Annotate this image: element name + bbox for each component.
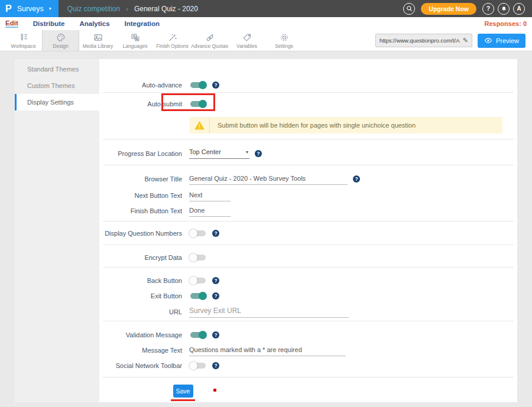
topbar-actions: Upgrade Now ? A [403, 3, 532, 15]
social-network-toolbar-help-icon[interactable]: ? [212, 362, 219, 369]
survey-url-box[interactable]: https://www.questionpro.com/t/APNrFZ ✎ [375, 34, 472, 47]
finish-button-text-input[interactable] [189, 206, 231, 217]
validation-message-help-icon[interactable]: ? [212, 331, 219, 338]
encrypt-data-toggle[interactable] [189, 253, 207, 262]
toolbar-item-settings[interactable]: Settings [265, 30, 303, 51]
exit-button-help-icon[interactable]: ? [212, 292, 219, 299]
browser-title-label: Browser Title [102, 175, 182, 183]
divider [103, 221, 514, 222]
row-progress-bar-location: Progress Bar Location Top Center ▾ ? [102, 146, 515, 161]
design-panel: Standard Themes Custom Themes Display Se… [15, 59, 517, 402]
auto-submit-toggle[interactable] [189, 100, 207, 108]
auto-advance-help-icon[interactable]: ? [212, 82, 219, 89]
sidebar-item-custom-themes[interactable]: Custom Themes [15, 77, 99, 94]
progress-bar-location-select[interactable]: Top Center ▾ [189, 148, 249, 159]
row-exit-button: Exit Button ? [102, 288, 515, 304]
search-button[interactable] [403, 3, 415, 15]
design-icon [56, 32, 66, 43]
warning-triangle-icon [194, 121, 205, 130]
row-social-network-toolbar: Social Network Toolbar ? [102, 358, 515, 373]
row-display-question-numbers: Display Question Numbers ? [102, 226, 515, 241]
breadcrumb-survey-title: General Quiz - 2020 [134, 5, 198, 13]
exit-button-label: Exit Button [102, 292, 182, 299]
divider [103, 139, 514, 139]
annotation-red-dot [213, 389, 216, 392]
chevron-down-icon: ▾ [49, 6, 51, 11]
row-next-button-text: Next Button Text [102, 188, 515, 203]
toolbar-item-languages[interactable]: Languages [116, 30, 154, 51]
upgrade-now-button[interactable]: Upgrade Now [421, 3, 476, 15]
row-back-button: Back Button ? [102, 273, 515, 288]
auto-submit-warning-banner: Submit button will be hidden for pages w… [189, 117, 502, 134]
surveys-menu[interactable]: P Surveys ▾ [0, 0, 59, 17]
next-button-text-label: Next Button Text [102, 192, 182, 199]
browser-title-help-icon[interactable]: ? [353, 175, 360, 183]
questionpro-logo: P [5, 4, 12, 14]
encrypt-data-label: Encrypt Data [102, 254, 182, 261]
message-text-label: Message Text [102, 347, 182, 354]
help-menu-button[interactable]: ? [482, 3, 494, 15]
sidebar-item-display-settings[interactable]: Display Settings [15, 94, 99, 110]
exit-url-input[interactable] [189, 305, 349, 318]
display-question-numbers-help-icon[interactable]: ? [212, 230, 219, 237]
toolbar-item-variables[interactable]: Variables [228, 30, 265, 51]
breadcrumb-folder[interactable]: Quiz competition [67, 5, 120, 13]
social-network-toolbar-toggle[interactable] [189, 362, 207, 370]
tab-integration[interactable]: Integration [125, 20, 160, 27]
auto-advance-label: Auto-advance [102, 82, 182, 89]
browser-title-input[interactable] [189, 174, 348, 185]
save-button[interactable]: Save [173, 385, 193, 398]
divider [103, 267, 514, 268]
validation-message-toggle[interactable] [189, 331, 207, 339]
back-button-help-icon[interactable]: ? [212, 277, 219, 284]
divider [103, 165, 514, 165]
preview-button[interactable]: Preview [478, 34, 525, 48]
exit-button-toggle[interactable] [189, 292, 207, 300]
toolbar-item-advance-quotas[interactable]: Advance Quotas [191, 30, 228, 51]
eye-icon [484, 37, 492, 44]
social-network-toolbar-label: Social Network Toolbar [102, 362, 182, 369]
display-question-numbers-label: Display Question Numbers [102, 230, 182, 237]
back-button-label: Back Button [102, 277, 182, 284]
advance-quotas-icon [205, 32, 215, 43]
workspace-icon [18, 32, 29, 43]
back-button-toggle[interactable] [189, 276, 207, 285]
exit-url-label: URL [102, 308, 182, 315]
row-auto-submit: Auto-submit [102, 95, 515, 113]
tab-edit[interactable]: Edit [5, 19, 18, 28]
sidebar-item-standard-themes[interactable]: Standard Themes [15, 61, 99, 77]
finish-button-text-label: Finish Button Text [102, 207, 182, 214]
auto-advance-toggle[interactable] [189, 81, 207, 89]
edit-url-icon[interactable]: ✎ [463, 37, 468, 44]
toolbar-right: https://www.questionpro.com/t/APNrFZ ✎ P… [375, 30, 532, 51]
divider [103, 377, 514, 377]
section-nav: Edit Distribute Analytics Integration Re… [0, 17, 532, 30]
progress-bar-help-icon[interactable]: ? [255, 150, 262, 157]
save-row: Save [171, 385, 515, 401]
toolbar-item-design[interactable]: Design [42, 30, 79, 51]
message-text-input[interactable] [189, 345, 346, 356]
chevron-down-icon: ▾ [246, 149, 248, 155]
progress-bar-location-label: Progress Bar Location [102, 150, 182, 157]
divider [103, 321, 514, 321]
survey-url-text[interactable]: https://www.questionpro.com/t/APNrFZ [379, 37, 460, 44]
next-button-text-input[interactable] [189, 190, 231, 201]
search-icon [406, 5, 413, 12]
media-library-icon [93, 32, 103, 43]
display-question-numbers-toggle[interactable] [189, 229, 207, 237]
account-avatar[interactable]: A [513, 3, 525, 15]
toolbar-item-media-library[interactable]: Media Library [79, 30, 116, 51]
row-browser-title: Browser Title ? [102, 171, 515, 187]
toolbar-item-finish-options[interactable]: Finish Options [154, 30, 191, 51]
warning-text: Submit button will be hidden for pages w… [210, 117, 416, 134]
toolbar-item-workspace[interactable]: Workspace [5, 30, 42, 51]
finish-options-icon [167, 32, 178, 43]
divider [103, 92, 514, 93]
notifications-button[interactable] [498, 3, 510, 15]
tab-distribute[interactable]: Distribute [33, 20, 65, 27]
validation-message-label: Validation Message [102, 331, 182, 338]
annotation-red-underline [171, 399, 195, 401]
row-finish-button-text: Finish Button Text [102, 203, 515, 219]
auto-submit-label: Auto-submit [102, 100, 182, 108]
tab-analytics[interactable]: Analytics [79, 20, 109, 27]
